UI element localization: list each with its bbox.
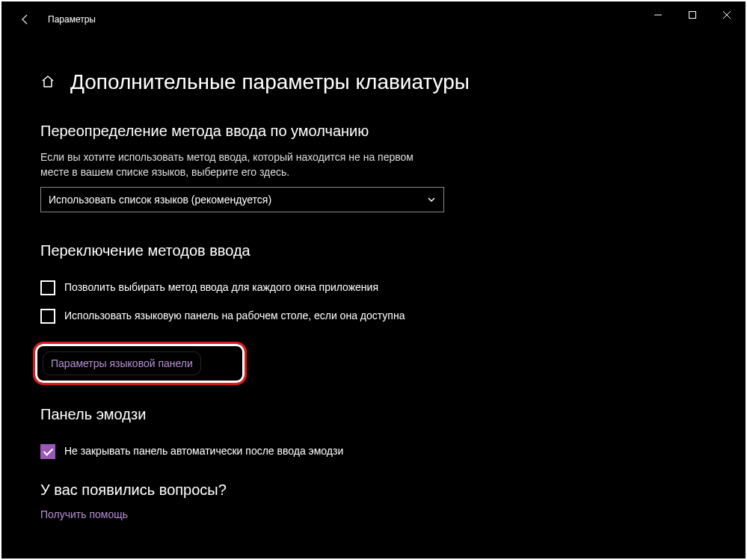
language-bar-options-link[interactable]: Параметры языковой панели — [51, 357, 193, 369]
section-switching-title: Переключение методов ввода — [40, 242, 707, 259]
get-help-link[interactable]: Получить помощь — [40, 508, 128, 520]
checkbox-per-window-label: Позволить выбирать метод ввода для каждо… — [64, 280, 378, 295]
section-override-desc: Если вы хотите использовать метод ввода,… — [40, 150, 429, 179]
back-button[interactable] — [15, 9, 36, 30]
section-override-title: Переопределение метода ввода по умолчани… — [40, 123, 707, 140]
page-title: Дополнительные параметры клавиатуры — [70, 70, 470, 94]
highlight-annotation: Параметры языковой панели — [33, 342, 247, 385]
checkbox-per-window-box[interactable] — [40, 280, 55, 295]
questions-title: У вас появились вопросы? — [40, 481, 707, 499]
checkbox-per-window: Позволить выбирать метод ввода для каждо… — [40, 280, 429, 295]
questions-section: У вас появились вопросы? Получить помощь — [40, 481, 707, 521]
close-button[interactable] — [710, 3, 744, 27]
checkbox-emoji-panel-label: Не закрывать панель автоматически после … — [64, 444, 343, 458]
dropdown-value: Использовать список языков (рекомендуетс… — [49, 194, 271, 206]
svg-rect-1 — [689, 12, 696, 19]
checkbox-emoji-panel: Не закрывать панель автоматически после … — [40, 444, 429, 459]
chevron-down-icon — [427, 195, 436, 204]
section-emoji-title: Панель эмодзи — [40, 406, 707, 423]
checkbox-emoji-panel-box[interactable] — [40, 444, 55, 459]
checkbox-language-bar-label: Использовать языковую панель на рабочем … — [64, 309, 405, 323]
settings-window: Параметры Дополнительные параметры клави… — [1, 1, 746, 559]
maximize-button[interactable] — [675, 3, 710, 27]
titlebar: Параметры — [3, 3, 744, 36]
home-icon[interactable] — [40, 74, 57, 90]
checkbox-language-bar-box[interactable] — [40, 309, 55, 324]
minimize-button[interactable] — [641, 3, 675, 27]
checkbox-language-bar: Использовать языковую панель на рабочем … — [40, 309, 429, 324]
content-area: Дополнительные параметры клавиатуры Пере… — [3, 70, 744, 521]
window-controls — [641, 3, 744, 27]
page-header: Дополнительные параметры клавиатуры — [40, 70, 707, 94]
default-input-method-dropdown[interactable]: Использовать список языков (рекомендуетс… — [40, 187, 444, 212]
app-title: Параметры — [48, 14, 96, 25]
